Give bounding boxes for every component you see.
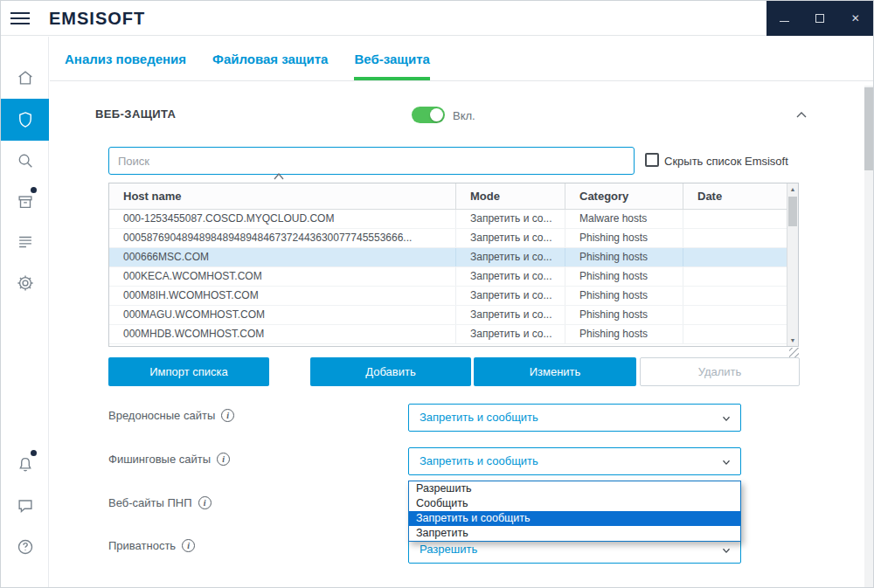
chat-icon	[16, 496, 35, 515]
bell-icon	[16, 455, 35, 474]
sidebar-item-protection[interactable]	[1, 99, 49, 141]
table-row[interactable]: 000KECA.WCOMHOST.COMЗапретить и со...Phi…	[109, 267, 787, 287]
window-controls: ✕	[766, 1, 873, 36]
cell-mode: Запретить и со...	[455, 267, 565, 286]
home-icon	[16, 68, 35, 87]
table-row[interactable]: 000MAGU.WCOMHOST.COMЗапретить и со...Phi…	[109, 306, 787, 325]
import-list-button[interactable]: Импорт списка	[108, 357, 269, 386]
titlebar: EMSISOFT ✕	[1, 1, 873, 36]
sidebar-item-help[interactable]	[1, 527, 49, 567]
table-resize-grip[interactable]	[789, 348, 799, 357]
close-button[interactable]: ✕	[837, 1, 873, 36]
column-header-mode[interactable]: Mode	[455, 183, 565, 209]
scrollbar-thumb[interactable]	[864, 87, 873, 170]
cell-hostname: 0005876904894898489489484673724436300777…	[109, 229, 455, 247]
column-header-hostname[interactable]: Host name	[109, 183, 455, 209]
content-scrollbar[interactable]	[864, 86, 873, 587]
sidebar-item-overview[interactable]	[1, 58, 49, 98]
cell-mode: Запретить и со...	[455, 287, 565, 305]
cell-hostname: 000KECA.WCOMHOST.COM	[109, 267, 455, 286]
table-row[interactable]: 0005876904894898489489484673724436300777…	[109, 229, 787, 248]
dropdown-option[interactable]: Запретить	[409, 526, 740, 541]
hide-emsisoft-list-checkbox[interactable]	[645, 153, 659, 167]
host-table: Host name Mode Category Date 000-1253455…	[108, 183, 799, 347]
cell-date	[683, 287, 787, 305]
chevron-down-icon	[720, 544, 732, 557]
cell-date	[683, 248, 787, 266]
notification-dot	[31, 187, 37, 193]
malicious-sites-dropdown[interactable]: Запретить и сообщить	[408, 404, 741, 432]
cell-hostname: 000666MSC.COM	[109, 248, 455, 266]
tab-web-protection[interactable]: Веб-защита	[354, 37, 429, 80]
cell-category: Malware hosts	[565, 210, 683, 228]
host-table-body: 000-1253455087.COSCD.MYQCLOUD.COMЗапрети…	[109, 210, 787, 346]
sidebar	[1, 37, 49, 587]
panel-title: ВЕБ-ЗАЩИТА	[95, 107, 176, 121]
cell-category: Phishing hosts	[565, 306, 683, 324]
cell-category: Phishing hosts	[565, 325, 683, 343]
sidebar-item-logs[interactable]	[1, 222, 49, 262]
collapse-button[interactable]	[793, 107, 810, 124]
gear-icon	[16, 273, 35, 293]
table-row[interactable]: 000M8IH.WCOMHOST.COMЗапретить и со...Phi…	[109, 287, 787, 306]
sidebar-item-settings[interactable]	[1, 263, 49, 303]
setting-label-text: Вредоносные сайты	[108, 409, 215, 422]
toggle-knob	[430, 108, 443, 121]
table-row[interactable]: 000MHDB.WCOMHOST.COMЗапретить и со...Phi…	[109, 325, 787, 344]
chevron-down-icon	[720, 456, 732, 468]
scroll-down-icon[interactable]: ▼	[787, 335, 798, 346]
sidebar-item-scan[interactable]	[1, 141, 49, 181]
tab-file-guard[interactable]: Файловая защита	[212, 37, 328, 80]
chevron-up-icon	[794, 108, 808, 122]
table-row[interactable]: 000666MSC.COMЗапретить и со...Phishing h…	[109, 248, 787, 267]
notification-dot	[31, 450, 37, 456]
cell-category: Phishing hosts	[565, 248, 683, 266]
info-icon[interactable]: i	[221, 409, 234, 422]
sidebar-item-quarantine[interactable]	[1, 182, 49, 222]
info-icon[interactable]: i	[182, 539, 195, 552]
delete-button: Удалить	[640, 357, 800, 386]
mode-dropdown-list: РазрешитьСообщитьЗапретить и сообщитьЗап…	[408, 481, 741, 542]
search-input[interactable]	[108, 147, 635, 175]
info-icon[interactable]: i	[217, 453, 230, 466]
dropdown-option[interactable]: Запретить и сообщить	[409, 511, 740, 526]
cell-mode: Запретить и со...	[455, 248, 565, 266]
cell-date	[683, 210, 787, 228]
table-scrollbar-thumb[interactable]	[788, 197, 797, 226]
menu-icon[interactable]	[10, 12, 30, 28]
column-header-category[interactable]: Category	[565, 183, 683, 209]
dropdown-option[interactable]: Сообщить	[409, 496, 740, 511]
cell-mode: Запретить и со...	[455, 229, 565, 247]
tab-behavior-analysis[interactable]: Анализ поведения	[65, 37, 186, 80]
column-header-date[interactable]: Date	[683, 183, 787, 209]
setting-pup-sites: Веб-сайты ПНП i	[108, 496, 212, 509]
cell-date	[683, 306, 787, 324]
cell-category: Phishing hosts	[565, 287, 683, 305]
search-icon	[16, 151, 35, 170]
cell-date	[683, 325, 787, 343]
logs-icon	[16, 232, 35, 252]
sort-ascending-icon[interactable]	[273, 172, 285, 181]
scroll-up-icon[interactable]: ▲	[787, 183, 798, 195]
table-row[interactable]: 000-1253455087.COSCD.MYQCLOUD.COMЗапрети…	[109, 210, 787, 229]
sidebar-item-support-chat[interactable]	[1, 486, 49, 526]
sidebar-item-notifications[interactable]	[1, 445, 49, 485]
minimize-button[interactable]	[766, 1, 802, 36]
table-scrollbar[interactable]: ▲ ▼	[787, 183, 798, 346]
web-protection-toggle[interactable]	[412, 107, 445, 123]
info-icon[interactable]: i	[198, 496, 212, 509]
app-window: EMSISOFT ✕	[0, 0, 874, 588]
cell-category: Phishing hosts	[565, 267, 683, 286]
main-content: Анализ поведения Файловая защита Веб-защ…	[50, 37, 873, 587]
cell-date	[683, 267, 787, 286]
dropdown-option[interactable]: Разрешить	[409, 481, 740, 496]
cell-category: Phishing hosts	[565, 229, 683, 247]
setting-privacy: Приватность i	[108, 539, 195, 552]
phishing-sites-dropdown[interactable]: Запретить и сообщить	[408, 447, 741, 475]
help-icon	[16, 537, 35, 557]
cell-hostname: 000MAGU.WCOMHOST.COM	[109, 306, 455, 324]
setting-label-text: Приватность	[108, 539, 176, 552]
maximize-button[interactable]	[802, 1, 838, 36]
add-button[interactable]: Добавить	[310, 357, 471, 386]
edit-button[interactable]: Изменить	[474, 357, 636, 386]
